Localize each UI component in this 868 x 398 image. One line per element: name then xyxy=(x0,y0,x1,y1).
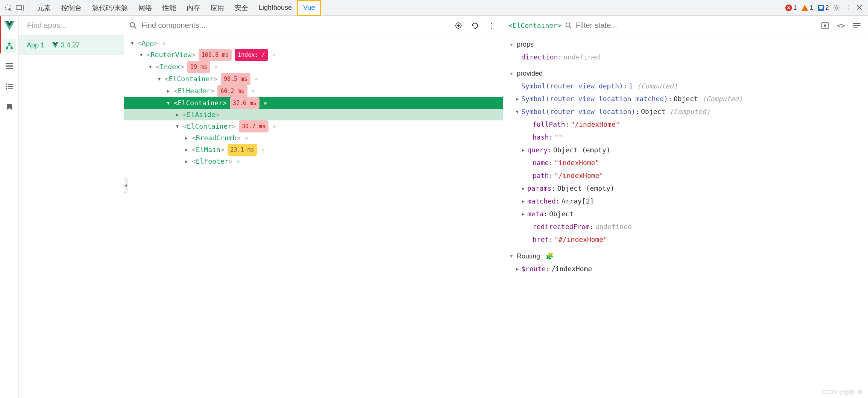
svg-rect-8 xyxy=(6,65,13,67)
refresh-icon[interactable] xyxy=(469,20,481,32)
state-row[interactable]: hash: "" xyxy=(503,131,868,144)
collapse-handle[interactable]: ◀ xyxy=(124,178,127,193)
tree-node-app[interactable]: ▼<App> xyxy=(124,38,503,49)
state-row[interactable]: fullPath: "/indexHome" xyxy=(503,118,868,131)
state-row[interactable]: ▶$route: /indexHome xyxy=(503,263,868,275)
perf-badge: 98.5 ms xyxy=(221,73,250,85)
info-count[interactable]: 💬 2 xyxy=(818,4,829,12)
search-icon xyxy=(565,22,572,29)
more-icon[interactable]: ⋮ xyxy=(486,20,498,32)
tree-node-elaside[interactable]: ▶<ElAside> xyxy=(124,109,503,120)
vue-version-text: 3.4.27 xyxy=(61,41,80,49)
error-count-value: 1 xyxy=(794,4,797,12)
state-row[interactable]: direction: undefined xyxy=(503,51,868,64)
svg-rect-9 xyxy=(6,68,13,69)
target-icon[interactable] xyxy=(452,20,464,32)
svg-point-21 xyxy=(457,24,460,27)
device-icon[interactable] xyxy=(14,2,26,14)
inspect-dom-icon[interactable]: <> xyxy=(835,20,847,32)
svg-point-4 xyxy=(8,43,11,45)
vue-logo[interactable] xyxy=(3,19,16,32)
watermark: CSDN @悠悠~飘 xyxy=(822,389,863,396)
app-version: 3.4.27 xyxy=(52,41,80,49)
tab-application[interactable]: 应用 xyxy=(205,0,229,16)
warning-icon xyxy=(801,5,808,11)
component-tree: ▼<App> ▼<RouterView>100.8 msindex: / ▼<I… xyxy=(124,35,503,398)
close-icon[interactable]: ✕ xyxy=(854,2,865,14)
state-row[interactable]: ▶Symbol(router view location matched): O… xyxy=(503,93,868,105)
components-column: ⋮ ▼<App> ▼<RouterView>100.8 msindex: / ▼… xyxy=(124,16,503,398)
state-row[interactable]: ▶matched: Array[2] xyxy=(503,195,868,208)
state-row[interactable]: ▶query: Object (empty) xyxy=(503,144,868,156)
tree-node-elheader[interactable]: ▶<ElHeader>60.2 ms xyxy=(124,85,503,97)
route-badge: index: / xyxy=(235,49,268,61)
more-icon[interactable]: ⋮ xyxy=(842,2,854,14)
tree-node-elcontainer2[interactable]: ▼<ElContainer>37.6 ms xyxy=(124,97,503,109)
selected-component-name: <ElContainer> xyxy=(508,21,561,29)
tree-node-index[interactable]: ▼<Index>99 ms xyxy=(124,61,503,73)
settings-icon[interactable] xyxy=(831,2,842,14)
error-count[interactable]: ✕ 1 xyxy=(785,4,797,12)
svg-point-14 xyxy=(6,88,7,90)
tab-security[interactable]: 安全 xyxy=(229,0,253,16)
state-row[interactable]: href: "#/indexHome" xyxy=(503,233,868,246)
tab-vue[interactable]: Vue xyxy=(297,0,321,16)
svg-point-10 xyxy=(6,84,7,85)
rail-components-icon[interactable] xyxy=(3,39,16,53)
tree-node-routerview[interactable]: ▼<RouterView>100.8 msindex: / xyxy=(124,49,503,61)
section-provided[interactable]: ▼provided xyxy=(503,67,868,80)
state-row[interactable]: Symbol(router view depth): 1 (Computed) xyxy=(503,80,868,93)
warning-count-value: 1 xyxy=(810,4,813,12)
state-row[interactable]: redirectedFrom: undefined xyxy=(503,220,868,233)
vue-small-icon xyxy=(52,42,59,48)
state-row[interactable]: ▶params: Object (empty) xyxy=(503,182,868,195)
tree-node-breadcrumb[interactable]: ▶<BreadCrumb> xyxy=(124,132,503,144)
tab-memory[interactable]: 内存 xyxy=(181,0,205,16)
rail-timeline-icon[interactable] xyxy=(3,59,16,73)
apps-search-input[interactable] xyxy=(27,21,122,30)
svg-line-19 xyxy=(134,27,136,29)
menu-icon[interactable] xyxy=(851,20,863,32)
app-item[interactable]: App 1 3.4.27 xyxy=(19,35,124,55)
tab-network[interactable]: 网络 xyxy=(133,0,157,16)
state-row[interactable]: ▼Symbol(router view location): Object (C… xyxy=(503,105,868,118)
svg-rect-1 xyxy=(16,6,21,9)
perf-badge: 100.8 ms xyxy=(199,49,232,61)
tab-console[interactable]: 控制台 xyxy=(56,0,87,16)
svg-point-26 xyxy=(566,23,570,27)
state-row[interactable]: name: "indexHome" xyxy=(503,156,868,169)
rail-bookmark-icon[interactable] xyxy=(3,100,16,114)
perf-badge: 23.1 ms xyxy=(228,144,257,156)
tab-sources[interactable]: 源代码/来源 xyxy=(87,0,133,16)
warning-count[interactable]: 1 xyxy=(801,4,813,12)
inspect-icon[interactable] xyxy=(3,2,14,14)
perf-badge: 30.7 ms xyxy=(239,120,269,132)
tab-lighthouse[interactable]: Lighthouse xyxy=(253,0,297,16)
tree-node-elmain[interactable]: ▶<ElMain>23.1 ms xyxy=(124,144,503,156)
state-row[interactable]: path: "/indexHome" xyxy=(503,169,868,182)
scroll-into-view-icon[interactable] xyxy=(819,20,831,32)
perf-badge: 37.6 ms xyxy=(230,97,259,109)
info-count-value: 2 xyxy=(826,4,829,12)
svg-point-6 xyxy=(11,47,13,49)
perf-badge: 60.2 ms xyxy=(217,85,247,97)
tree-node-elfooter[interactable]: ▶<ElFooter> xyxy=(124,156,503,167)
tab-elements[interactable]: 元素 xyxy=(32,0,56,16)
svg-point-18 xyxy=(130,23,135,27)
devtools-tab-bar: 元素 控制台 源代码/来源 网络 性能 内存 应用 安全 Lighthouse … xyxy=(0,0,868,16)
search-icon xyxy=(129,22,137,29)
svg-point-3 xyxy=(836,7,838,9)
puzzle-icon: 🧩 xyxy=(545,252,554,260)
section-props[interactable]: ▼props xyxy=(503,38,868,51)
tree-node-elcontainer1[interactable]: ▼<ElContainer>98.5 ms xyxy=(124,73,503,85)
filter-state-input[interactable] xyxy=(576,21,815,30)
svg-rect-13 xyxy=(8,86,13,87)
components-search-input[interactable] xyxy=(141,21,448,30)
state-column: <ElContainer> <> ▼props direction: undef… xyxy=(503,16,868,398)
state-row[interactable]: ▶meta: Object xyxy=(503,208,868,220)
rail-list-icon[interactable] xyxy=(3,80,16,93)
app-name: App 1 xyxy=(27,41,44,49)
section-routing[interactable]: ▼Routing🧩 xyxy=(503,250,868,263)
tab-performance[interactable]: 性能 xyxy=(157,0,181,16)
tree-node-elcontainer3[interactable]: ▼<ElContainer>30.7 ms xyxy=(124,120,503,132)
